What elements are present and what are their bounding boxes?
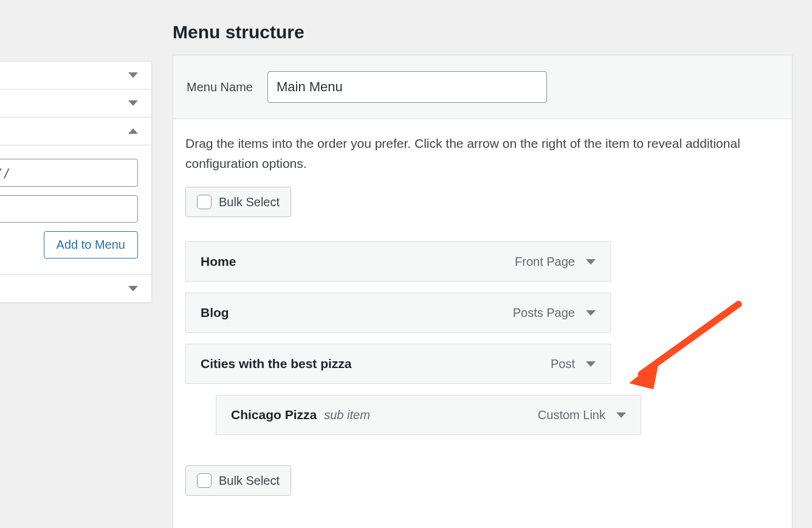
section-heading: Menu structure xyxy=(173,22,793,43)
bulk-select-label: Bulk Select xyxy=(219,474,280,488)
menu-item-type: Post xyxy=(551,357,575,371)
menu-item-type: Posts Page xyxy=(513,306,575,320)
menu-name-label: Menu Name xyxy=(187,80,253,94)
panel-body: Drag the items into the order you prefer… xyxy=(173,119,792,528)
menu-item-left: Chicago Pizzasub item xyxy=(231,408,370,422)
chevron-down-icon xyxy=(128,72,138,78)
menu-item[interactable]: Cities with the best pizzaPost xyxy=(185,344,611,384)
menu-item-title: Home xyxy=(201,254,236,269)
menu-item-type: Front Page xyxy=(515,255,575,269)
menu-name-input[interactable] xyxy=(267,71,547,103)
menu-items-list: HomeFront PageBlogPosts PageCities with … xyxy=(185,241,780,435)
url-input[interactable] xyxy=(0,159,138,187)
panel-header: Menu Name xyxy=(173,55,792,119)
chevron-down-icon[interactable] xyxy=(616,412,626,418)
menu-item-left: Home xyxy=(201,254,236,269)
menu-item[interactable]: Chicago Pizzasub itemCustom Link xyxy=(216,395,641,435)
menu-item-right: Front Page xyxy=(515,255,596,269)
menu-item-right: Custom Link xyxy=(538,408,626,422)
bulk-select-top[interactable]: Bulk Select xyxy=(185,187,291,217)
chevron-up-icon xyxy=(128,128,138,134)
chevron-down-icon xyxy=(128,100,138,106)
menu-item[interactable]: HomeFront Page xyxy=(185,241,611,282)
menu-item-title: Cities with the best pizza xyxy=(201,356,352,371)
chevron-down-icon[interactable] xyxy=(586,310,596,316)
add-to-menu-button[interactable]: Add to Menu xyxy=(44,231,138,259)
menu-item-title: Blog xyxy=(201,305,229,320)
bulk-select-bottom[interactable]: Bulk Select xyxy=(185,465,291,496)
bulk-select-checkbox[interactable] xyxy=(197,473,212,488)
menu-panel: Menu Name Drag the items into the order … xyxy=(173,55,793,528)
menu-item-title: Chicago Pizza xyxy=(231,408,317,422)
menu-item-type: Custom Link xyxy=(538,408,605,422)
menu-item-subnote: sub item xyxy=(324,408,370,422)
menu-item-left: Cities with the best pizza xyxy=(201,356,352,371)
link-text-input[interactable] xyxy=(0,195,138,223)
sidebar-accordion-3-header[interactable] xyxy=(0,117,151,145)
instructions-text: Drag the items into the order you prefer… xyxy=(185,134,780,173)
chevron-down-icon[interactable] xyxy=(586,361,596,367)
bulk-select-checkbox[interactable] xyxy=(197,195,212,209)
sidebar-accordion-1[interactable] xyxy=(0,61,151,89)
menu-item-right: Post xyxy=(551,357,596,371)
menu-structure-main: Menu structure Menu Name Drag the items … xyxy=(173,22,793,528)
custom-link-form: Add to Menu xyxy=(0,145,151,275)
sidebar-accordion-4[interactable] xyxy=(0,275,151,302)
menu-item[interactable]: BlogPosts Page xyxy=(185,293,611,333)
bulk-select-label: Bulk Select xyxy=(219,195,280,209)
sidebar-accordion-2[interactable] xyxy=(0,89,151,117)
menu-item-left: Blog xyxy=(201,305,229,320)
chevron-down-icon xyxy=(128,286,138,291)
menu-item-right: Posts Page xyxy=(513,306,596,320)
chevron-down-icon[interactable] xyxy=(586,259,596,265)
add-items-sidebar: Add to Menu xyxy=(0,61,152,303)
